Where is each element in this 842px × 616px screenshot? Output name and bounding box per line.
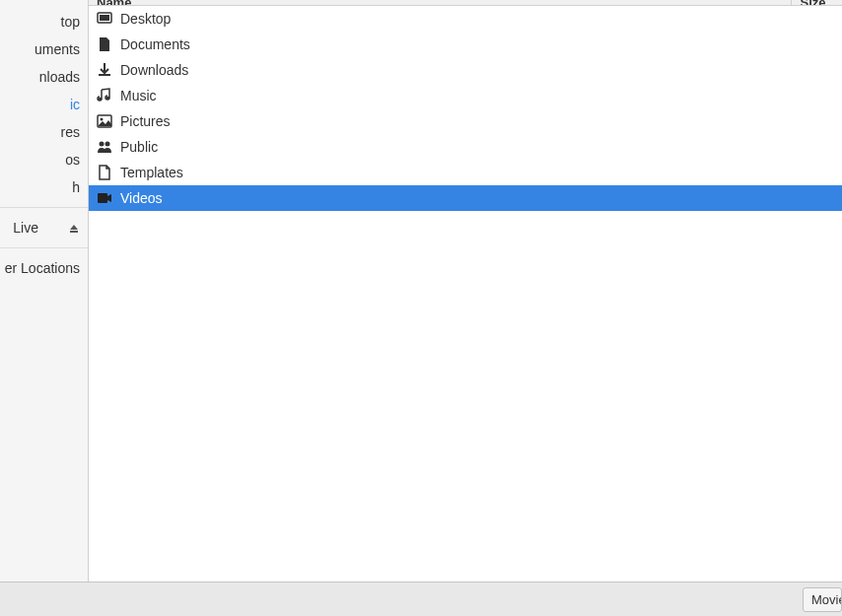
desktop-icon — [97, 11, 112, 27]
file-list: Desktop Documents Downloads Music — [89, 6, 842, 582]
public-icon — [97, 139, 112, 155]
svg-rect-1 — [100, 15, 109, 21]
file-filter-dropdown[interactable]: Movies — [803, 587, 842, 612]
sidebar: top uments nloads ic res os h Live er Lo… — [0, 0, 89, 582]
file-row[interactable]: Music — [89, 83, 842, 108]
sidebar-item-music[interactable]: ic — [0, 91, 88, 118]
file-row[interactable]: Documents — [89, 32, 842, 57]
sidebar-item-trash[interactable]: h — [0, 173, 88, 201]
file-name: Music — [120, 88, 834, 103]
bottom-bar: Movies — [0, 582, 842, 616]
file-row[interactable]: Videos — [89, 185, 842, 211]
svg-point-7 — [105, 142, 110, 147]
svg-point-2 — [99, 98, 103, 102]
sidebar-item-documents[interactable]: uments — [0, 35, 88, 63]
file-row[interactable]: Public — [89, 134, 842, 160]
sidebar-item-videos[interactable]: os — [0, 146, 88, 173]
file-name: Public — [120, 139, 834, 155]
svg-point-3 — [106, 97, 110, 101]
video-icon — [97, 190, 112, 206]
file-row[interactable]: Templates — [89, 160, 842, 185]
main-pane: Name Size Desktop Documents Do — [89, 0, 842, 582]
music-icon — [97, 88, 112, 103]
template-icon — [97, 165, 112, 180]
file-row[interactable]: Desktop — [89, 6, 842, 32]
file-row[interactable]: Pictures — [89, 108, 842, 134]
file-name: Videos — [120, 190, 834, 206]
document-icon — [97, 36, 112, 52]
svg-point-6 — [100, 142, 105, 147]
file-name: Pictures — [120, 113, 834, 129]
sidebar-item-pictures[interactable]: res — [0, 118, 88, 146]
picture-icon — [97, 113, 112, 129]
sidebar-divider — [0, 207, 88, 208]
download-icon — [97, 62, 112, 78]
sidebar-divider — [0, 247, 88, 248]
file-name: Downloads — [120, 62, 834, 78]
file-row[interactable]: Downloads — [89, 57, 842, 83]
file-name: Documents — [120, 36, 834, 52]
sidebar-item-other-locations[interactable]: er Locations — [0, 254, 88, 282]
file-name: Templates — [120, 165, 834, 180]
svg-rect-8 — [98, 193, 107, 203]
svg-point-5 — [101, 118, 104, 121]
sidebar-item-downloads[interactable]: nloads — [0, 63, 88, 91]
sidebar-item-desktop[interactable]: top — [0, 8, 88, 35]
file-name: Desktop — [120, 11, 834, 27]
sidebar-item-mount[interactable]: Live — [0, 214, 88, 241]
eject-icon[interactable] — [68, 222, 80, 234]
